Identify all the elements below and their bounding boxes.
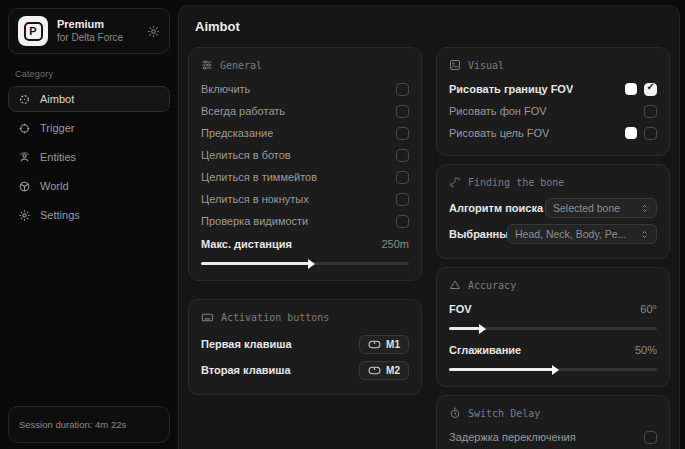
sidebar-item-label: Entities	[40, 151, 76, 163]
slider-value: 60°	[640, 303, 657, 315]
sidebar-item-label: Settings	[40, 209, 80, 221]
session-duration: Session duration: 4m 22s	[8, 406, 170, 443]
toggle-row: Целиться в нокнутых	[201, 188, 409, 210]
visual-row: Рисовать границу FOV	[449, 78, 657, 100]
sidebar-item-aimbot[interactable]: Aimbot	[8, 86, 170, 112]
page-title: Aimbot	[195, 19, 671, 34]
checkbox-aim-bots[interactable]	[396, 149, 409, 162]
mouse-icon	[368, 340, 381, 349]
gear-icon	[18, 209, 31, 222]
section-title: Visual	[468, 60, 504, 71]
trigger-icon	[18, 122, 31, 135]
accuracy-card: Accuracy FOV 60° Сглаживание 50%	[436, 267, 670, 387]
toggle-row: Включить	[201, 78, 409, 100]
section-title: Finding the bone	[468, 177, 564, 188]
product-card: P Premium for Delta Force	[8, 8, 170, 54]
fov-control: FOV 60°	[449, 298, 657, 330]
checkbox-visibility-check[interactable]	[396, 215, 409, 228]
sidebar-item-settings[interactable]: Settings	[8, 202, 170, 228]
entities-icon	[18, 151, 31, 164]
keybind-row: Первая клавиша M1	[201, 331, 409, 357]
slider-value: 50%	[635, 344, 657, 356]
select-value: Head, Neck, Body, Pe...	[515, 228, 626, 240]
finding-bone-card: Finding the bone Алгоритм поиска кости S…	[436, 164, 670, 259]
slider-value: 250m	[381, 238, 409, 250]
sidebar-item-trigger[interactable]: Trigger	[8, 115, 170, 141]
bone-label: Алгоритм поиска кости	[449, 202, 545, 214]
sidebar-item-world[interactable]: World	[8, 173, 170, 199]
visual-row: Рисовать фон FOV	[449, 100, 657, 122]
chevron-up-down-icon	[640, 204, 649, 213]
select-value: Selected bone	[553, 202, 620, 214]
toggle-row: Задержка переключения	[449, 426, 657, 448]
color-swatch[interactable]	[625, 127, 637, 139]
keybind-button-m1[interactable]: M1	[359, 335, 409, 354]
right-column: Visual Рисовать границу FOV Рисовать фон…	[436, 47, 670, 449]
visual-label: Рисовать фон FOV	[449, 105, 547, 117]
slider-thumb[interactable]	[308, 259, 315, 269]
keybind-button-m2[interactable]: M2	[359, 361, 409, 380]
toggle-row: Целиться в ботов	[201, 144, 409, 166]
left-column: General Включить Всегда работать Предска…	[188, 47, 422, 449]
checkbox-draw-fov-target[interactable]	[644, 127, 657, 140]
general-card: General Включить Всегда работать Предска…	[188, 47, 422, 281]
toggle-label: Целиться в нокнутых	[201, 193, 309, 205]
keybind-value: M2	[386, 365, 400, 376]
product-subtitle: for Delta Force	[57, 32, 138, 45]
crosshair-icon	[18, 93, 31, 106]
slider-thumb[interactable]	[552, 365, 559, 375]
chevron-up-down-icon	[640, 230, 649, 239]
toggle-label: Проверка видимости	[201, 215, 308, 227]
checkbox-draw-fov-background[interactable]	[644, 105, 657, 118]
toggle-label: Предсказание	[201, 127, 273, 139]
sidebar: P Premium for Delta Force Category Aimbo…	[0, 0, 178, 449]
keyboard-icon	[201, 311, 214, 324]
toggle-label: Включить	[201, 83, 250, 95]
checkbox-draw-fov-border[interactable]	[644, 83, 657, 96]
checkbox-aim-teammates[interactable]	[396, 171, 409, 184]
timer-icon	[449, 407, 461, 419]
category-label: Category	[15, 69, 170, 79]
bone-label: Выбранные кости	[449, 228, 507, 240]
slider-label: Макс. дистанция	[201, 238, 292, 250]
visual-card: Visual Рисовать границу FOV Рисовать фон…	[436, 47, 670, 156]
toggle-row: Целиться в тиммейтов	[201, 166, 409, 188]
toggle-row: Всегда работать	[201, 100, 409, 122]
main-panel: Aimbot General Включить Всегд	[178, 5, 680, 449]
slider-label: Сглаживание	[449, 344, 521, 356]
sliders-icon	[201, 59, 213, 71]
smoothing-slider[interactable]	[449, 368, 657, 371]
mouse-icon	[368, 366, 381, 375]
color-swatch[interactable]	[625, 83, 637, 95]
fov-slider[interactable]	[449, 327, 657, 330]
product-title: Premium	[57, 18, 138, 32]
checkbox-prediction[interactable]	[396, 127, 409, 140]
toggle-row: Предсказание	[201, 122, 409, 144]
keybind-row: Вторая клавиша M2	[201, 357, 409, 383]
section-title: Accuracy	[468, 280, 516, 291]
keybind-value: M1	[386, 339, 400, 350]
checkbox-always-work[interactable]	[396, 105, 409, 118]
toggle-label: Целиться в тиммейтов	[201, 171, 317, 183]
toggle-row: Проверка видимости	[201, 210, 409, 232]
toggle-label: Целиться в ботов	[201, 149, 291, 161]
toggle-label: Всегда работать	[201, 105, 285, 117]
keybind-label: Вторая клавиша	[201, 364, 291, 376]
bone-row: Алгоритм поиска кости Selected bone	[449, 195, 657, 221]
checkbox-aim-knocked[interactable]	[396, 193, 409, 206]
slider-thumb[interactable]	[479, 324, 486, 334]
sidebar-item-label: Aimbot	[40, 93, 74, 105]
toggle-label: Задержка переключения	[449, 431, 576, 443]
checkbox-switch-delay[interactable]	[644, 431, 657, 444]
visual-row: Рисовать цель FOV	[449, 122, 657, 144]
max-distance-slider[interactable]	[201, 262, 409, 265]
selected-bones-select[interactable]: Head, Neck, Body, Pe...	[507, 224, 657, 244]
sync-icon[interactable]	[147, 25, 160, 38]
section-title: General	[220, 60, 262, 71]
bone-algorithm-select[interactable]: Selected bone	[545, 198, 657, 218]
sidebar-item-entities[interactable]: Entities	[8, 144, 170, 170]
globe-icon	[18, 180, 31, 193]
sidebar-item-label: World	[40, 180, 69, 192]
keybind-label: Первая клавиша	[201, 338, 292, 350]
checkbox-enable[interactable]	[396, 83, 409, 96]
